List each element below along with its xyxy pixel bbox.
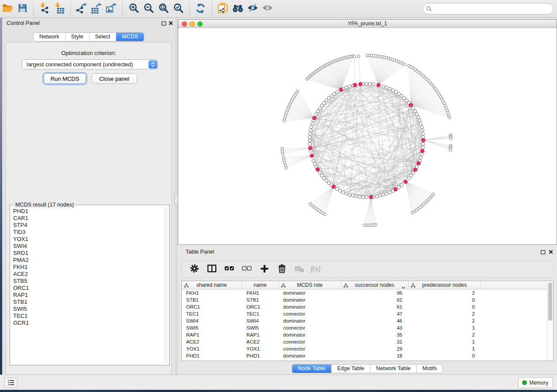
- cell-MCDS-role[interactable]: connector: [279, 310, 341, 317]
- export-table-button[interactable]: [89, 1, 104, 16]
- column-header-predecessor-nodes[interactable]: predecessor nodes: [408, 281, 481, 289]
- show-all-button[interactable]: [260, 1, 275, 16]
- cell-shared-name[interactable]: TEC1: [182, 310, 242, 317]
- mcds-result-item[interactable]: PHD1: [10, 208, 164, 215]
- find-button[interactable]: [230, 1, 245, 16]
- mcds-result-item[interactable]: SWI4: [10, 243, 164, 250]
- column-header-successor-nodes[interactable]: successor nodes: [341, 281, 408, 289]
- zoom-fit-button[interactable]: [156, 1, 171, 16]
- table-row[interactable]: SWI5SWI5connector431: [182, 324, 553, 331]
- search-input[interactable]: [422, 3, 554, 14]
- zoom-in-button[interactable]: [126, 1, 141, 16]
- mcds-result-item[interactable]: ACE2: [10, 271, 164, 278]
- import-table-button[interactable]: [52, 1, 67, 16]
- tab-network[interactable]: Network: [34, 33, 65, 41]
- cell-name[interactable]: TEC1: [242, 310, 279, 317]
- cell-predecessor-nodes[interactable]: 1: [408, 345, 481, 352]
- table-row[interactable]: TEC1TEC1connector472: [182, 310, 553, 317]
- cell-predecessor-nodes[interactable]: 1: [408, 324, 481, 331]
- cell-MCDS-role[interactable]: connector: [279, 345, 341, 352]
- tab-select[interactable]: Select: [89, 33, 116, 41]
- import-network-button[interactable]: [37, 1, 52, 16]
- mcds-result-item[interactable]: CAR1: [10, 215, 164, 222]
- cell-name[interactable]: FKH1: [242, 289, 279, 296]
- tab-node-table[interactable]: Node Table: [292, 364, 331, 373]
- cell-shared-name[interactable]: FKH1: [182, 289, 242, 296]
- cell-successor-nodes[interactable]: 29: [341, 345, 408, 352]
- memory-button[interactable]: Memory: [518, 377, 553, 388]
- table-scrollbar[interactable]: [547, 281, 553, 361]
- cell-predecessor-nodes[interactable]: 1: [408, 338, 481, 345]
- cell-predecessor-nodes[interactable]: 2: [408, 331, 481, 338]
- mcds-result-item[interactable]: STB1: [10, 299, 164, 306]
- cell-predecessor-nodes[interactable]: 0: [408, 296, 481, 303]
- minimize-window-icon[interactable]: [190, 21, 195, 27]
- cell-name[interactable]: ACE2: [242, 338, 279, 345]
- close-panel-button[interactable]: Close panel: [91, 73, 137, 84]
- delete-column-button[interactable]: [274, 263, 289, 276]
- cell-name[interactable]: SWI5: [242, 324, 279, 331]
- tab-style[interactable]: Style: [65, 33, 89, 41]
- tab-edge-table[interactable]: Edge Table: [331, 364, 370, 373]
- mcds-result-item[interactable]: SWI5: [10, 306, 164, 313]
- table-row[interactable]: STB1STB1dominator620: [182, 296, 553, 303]
- mcds-result-item[interactable]: TID3: [10, 229, 164, 236]
- mcds-result-item[interactable]: PMA2: [10, 257, 164, 264]
- gear-button[interactable]: [187, 263, 202, 276]
- tab-mcds[interactable]: MCDS: [116, 33, 144, 41]
- cell-MCDS-role[interactable]: dominator: [279, 317, 341, 324]
- cell-MCDS-role[interactable]: connector: [279, 324, 341, 331]
- mcds-list-scrollbar[interactable]: [164, 207, 168, 363]
- mcds-result-item[interactable]: SRD1: [10, 250, 164, 257]
- panel-list-button[interactable]: [4, 378, 17, 388]
- zoom-out-button[interactable]: [141, 1, 156, 16]
- open-file-button[interactable]: [0, 1, 15, 16]
- table-row[interactable]: YOX1YOX1connector291: [182, 345, 553, 352]
- cell-MCDS-role[interactable]: dominator: [279, 331, 341, 338]
- save-session-button[interactable]: [15, 1, 30, 16]
- cell-successor-nodes[interactable]: 18: [341, 352, 408, 359]
- cell-predecessor-nodes[interactable]: 2: [408, 289, 481, 296]
- cell-predecessor-nodes[interactable]: 2: [408, 310, 481, 317]
- cell-name[interactable]: PHD1: [242, 352, 279, 359]
- cell-shared-name[interactable]: RAP1: [182, 331, 242, 338]
- cell-shared-name[interactable]: ACE2: [182, 338, 242, 345]
- refresh-view-button[interactable]: [193, 1, 208, 16]
- cell-name[interactable]: RAP1: [242, 331, 279, 338]
- split-pane-button[interactable]: [204, 263, 219, 276]
- cell-successor-nodes[interactable]: 46: [341, 317, 408, 324]
- cell-successor-nodes[interactable]: 62: [341, 296, 408, 303]
- table-row[interactable]: RAP1RAP1dominator352: [182, 331, 553, 338]
- cell-shared-name[interactable]: SWI4: [182, 317, 242, 324]
- hide-selected-button[interactable]: [245, 1, 260, 16]
- cell-MCDS-role[interactable]: connector: [279, 338, 341, 345]
- network-graph-canvas[interactable]: [178, 28, 557, 244]
- mcds-result-item[interactable]: FKH1: [10, 264, 164, 271]
- cell-name[interactable]: ORC1: [242, 303, 279, 310]
- column-header-shared-name[interactable]: shared name: [182, 281, 242, 289]
- mcds-result-list[interactable]: PHD1CAR1STP4TID3YOX1SWI4SRD1PMA2FKH1ACE2…: [10, 208, 164, 363]
- table-row[interactable]: ORC1ORC1dominator610: [182, 303, 553, 310]
- cell-shared-name[interactable]: YOX1: [182, 345, 242, 352]
- cell-successor-nodes[interactable]: 35: [341, 331, 408, 338]
- cell-predecessor-nodes[interactable]: 0: [408, 303, 481, 310]
- zoom-selected-button[interactable]: [171, 1, 186, 16]
- cell-MCDS-role[interactable]: dominator: [279, 296, 341, 303]
- cell-shared-name[interactable]: ORC1: [182, 303, 242, 310]
- tab-network-table[interactable]: Network Table: [370, 364, 416, 373]
- close-icon[interactable]: [548, 249, 554, 254]
- table-row[interactable]: PHD1PHD1dominator180: [182, 352, 553, 359]
- cell-predecessor-nodes[interactable]: 2: [408, 317, 481, 324]
- close-window-icon[interactable]: [182, 21, 187, 27]
- mcds-result-item[interactable]: TEC1: [10, 313, 164, 320]
- select-all-button[interactable]: [222, 263, 237, 276]
- cell-predecessor-nodes[interactable]: 0: [408, 352, 481, 359]
- table-row[interactable]: SWI4SWI4dominator462: [182, 317, 553, 324]
- cell-shared-name[interactable]: PHD1: [182, 352, 242, 359]
- column-header-name[interactable]: name: [242, 281, 279, 289]
- cell-MCDS-role[interactable]: dominator: [279, 352, 341, 359]
- network-graph[interactable]: [178, 28, 557, 244]
- mcds-result-item[interactable]: ORC1: [10, 285, 164, 292]
- mcds-result-item[interactable]: STP4: [10, 222, 164, 229]
- tab-motifs[interactable]: Motifs: [416, 364, 443, 373]
